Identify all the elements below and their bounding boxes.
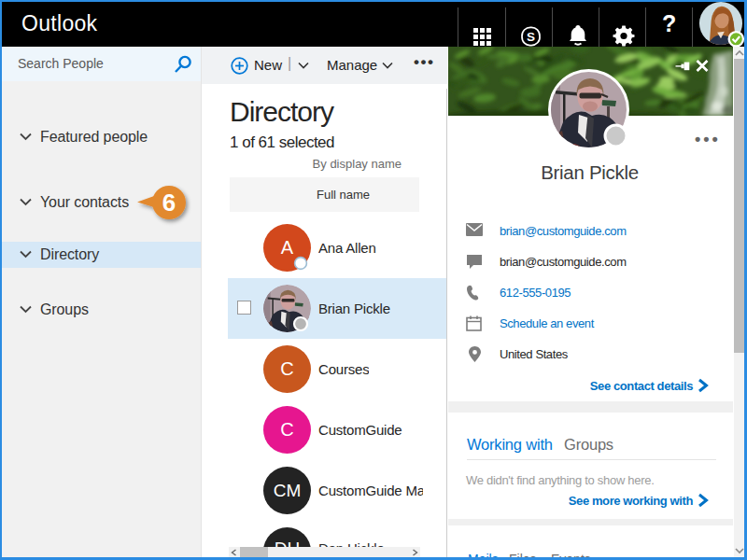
svg-text:S: S [527, 30, 535, 44]
svg-text:6: 6 [162, 189, 176, 217]
